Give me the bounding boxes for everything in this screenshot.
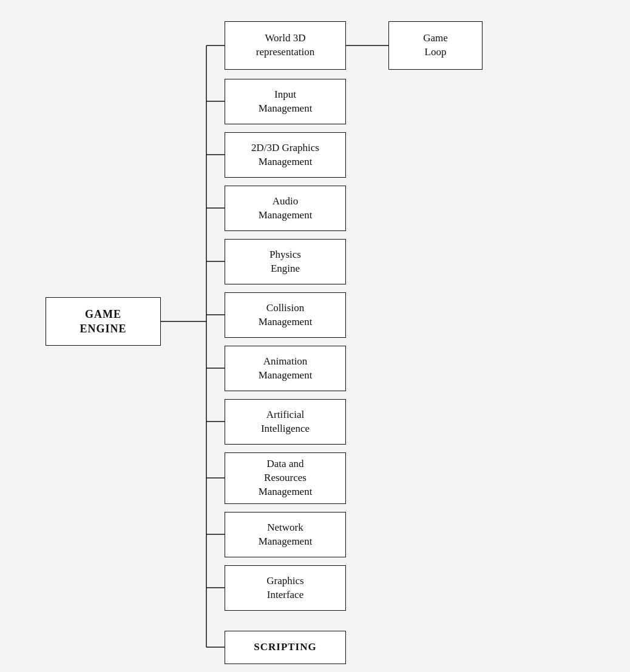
ai-box: Artificial Intelligence bbox=[225, 399, 346, 445]
graphics-2d3d-box: 2D/3D Graphics Management bbox=[225, 132, 346, 178]
network-mgmt-box: Network Management bbox=[225, 512, 346, 557]
animation-mgmt-box: Animation Management bbox=[225, 346, 346, 391]
graphics-interface-label: Graphics Interface bbox=[266, 574, 303, 602]
scripting-label: SCRIPTING bbox=[254, 640, 316, 654]
game-loop-box: Game Loop bbox=[388, 21, 483, 70]
world-3d-label: World 3D representation bbox=[256, 32, 314, 59]
graphics-2d3d-label: 2D/3D Graphics Management bbox=[251, 141, 319, 169]
audio-mgmt-box: Audio Management bbox=[225, 186, 346, 231]
animation-mgmt-label: Animation Management bbox=[259, 355, 313, 383]
scripting-box: SCRIPTING bbox=[225, 631, 346, 664]
input-mgmt-box: Input Management bbox=[225, 79, 346, 124]
audio-mgmt-label: Audio Management bbox=[259, 195, 313, 223]
game-engine-label: GAME ENGINE bbox=[80, 307, 126, 337]
diagram-container: GAME ENGINE World 3D representation Game… bbox=[0, 0, 630, 672]
physics-engine-box: Physics Engine bbox=[225, 239, 346, 284]
physics-engine-label: Physics Engine bbox=[269, 248, 301, 276]
collision-mgmt-box: Collision Management bbox=[225, 292, 346, 338]
world-3d-box: World 3D representation bbox=[225, 21, 346, 70]
game-engine-box: GAME ENGINE bbox=[46, 297, 161, 346]
network-mgmt-label: Network Management bbox=[259, 521, 313, 549]
input-mgmt-label: Input Management bbox=[259, 88, 313, 116]
data-resources-box: Data and Resources Management bbox=[225, 452, 346, 504]
ai-label: Artificial Intelligence bbox=[261, 408, 310, 436]
data-resources-label: Data and Resources Management bbox=[259, 457, 313, 499]
collision-mgmt-label: Collision Management bbox=[259, 301, 313, 329]
game-loop-label: Game Loop bbox=[423, 32, 448, 59]
graphics-interface-box: Graphics Interface bbox=[225, 565, 346, 611]
